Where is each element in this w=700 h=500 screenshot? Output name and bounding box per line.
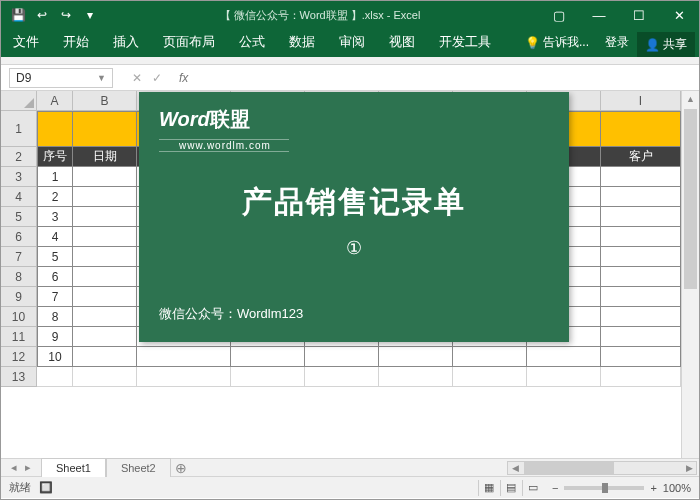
cell[interactable]: 5 bbox=[37, 247, 73, 267]
cell[interactable]: 4 bbox=[37, 227, 73, 247]
cell[interactable] bbox=[231, 347, 305, 367]
row-header[interactable]: 3 bbox=[1, 167, 37, 187]
cell[interactable]: 1 bbox=[37, 167, 73, 187]
cancel-icon[interactable]: ✕ bbox=[127, 71, 147, 85]
cell[interactable] bbox=[231, 367, 305, 387]
tab-formulas[interactable]: 公式 bbox=[227, 28, 277, 57]
macro-record-icon[interactable]: 🔲 bbox=[39, 481, 53, 494]
cell[interactable] bbox=[601, 227, 681, 247]
tell-me[interactable]: 💡告诉我... bbox=[517, 29, 597, 57]
row-header[interactable]: 5 bbox=[1, 207, 37, 227]
scroll-thumb[interactable] bbox=[684, 109, 697, 289]
hscroll-thumb[interactable] bbox=[524, 462, 614, 474]
view-page-icon[interactable]: ▤ bbox=[500, 480, 522, 496]
cell[interactable] bbox=[73, 327, 137, 347]
cell[interactable] bbox=[601, 207, 681, 227]
confirm-icon[interactable]: ✓ bbox=[147, 71, 167, 85]
cell[interactable] bbox=[453, 347, 527, 367]
cell[interactable] bbox=[137, 367, 231, 387]
row-header[interactable]: 13 bbox=[1, 367, 37, 387]
tab-developer[interactable]: 开发工具 bbox=[427, 28, 503, 57]
cell[interactable]: 6 bbox=[37, 267, 73, 287]
row-header[interactable]: 7 bbox=[1, 247, 37, 267]
view-normal-icon[interactable]: ▦ bbox=[478, 480, 500, 496]
row-header[interactable]: 9 bbox=[1, 287, 37, 307]
row-header[interactable]: 11 bbox=[1, 327, 37, 347]
cell[interactable]: 2 bbox=[37, 187, 73, 207]
horizontal-scrollbar[interactable]: ◀ ▶ bbox=[507, 461, 697, 475]
cell[interactable] bbox=[601, 287, 681, 307]
cell[interactable] bbox=[305, 367, 379, 387]
zoom-slider[interactable] bbox=[564, 486, 644, 490]
maximize-icon[interactable]: ☐ bbox=[619, 1, 659, 29]
scroll-left-icon[interactable]: ◀ bbox=[508, 463, 522, 473]
cell[interactable] bbox=[73, 347, 137, 367]
row-header[interactable]: 12 bbox=[1, 347, 37, 367]
fx-icon[interactable]: fx bbox=[173, 71, 194, 85]
cell[interactable] bbox=[73, 247, 137, 267]
tab-file[interactable]: 文件 bbox=[1, 28, 51, 57]
tab-review[interactable]: 审阅 bbox=[327, 28, 377, 57]
add-sheet-icon[interactable]: ⊕ bbox=[171, 460, 191, 476]
cell[interactable] bbox=[73, 227, 137, 247]
cell[interactable] bbox=[601, 367, 681, 387]
tab-insert[interactable]: 插入 bbox=[101, 28, 151, 57]
cell[interactable]: 日期 bbox=[73, 147, 137, 167]
login-button[interactable]: 登录 bbox=[597, 29, 637, 57]
cell[interactable] bbox=[601, 167, 681, 187]
minimize-icon[interactable]: — bbox=[579, 1, 619, 29]
row-header[interactable]: 6 bbox=[1, 227, 37, 247]
row-header[interactable]: 1 bbox=[1, 111, 37, 147]
row-header[interactable]: 2 bbox=[1, 147, 37, 167]
cell[interactable] bbox=[73, 367, 137, 387]
cell[interactable] bbox=[601, 187, 681, 207]
zoom-out-icon[interactable]: − bbox=[552, 482, 558, 494]
cell[interactable]: 序号 bbox=[37, 147, 73, 167]
tab-home[interactable]: 开始 bbox=[51, 28, 101, 57]
row-header[interactable]: 8 bbox=[1, 267, 37, 287]
cell[interactable] bbox=[137, 347, 231, 367]
cell[interactable] bbox=[453, 367, 527, 387]
tab-view[interactable]: 视图 bbox=[377, 28, 427, 57]
cell[interactable] bbox=[37, 367, 73, 387]
tab-nav-last-icon[interactable]: ▸ bbox=[21, 461, 35, 474]
chevron-down-icon[interactable]: ▼ bbox=[97, 73, 106, 83]
row-header[interactable]: 10 bbox=[1, 307, 37, 327]
cell[interactable] bbox=[73, 111, 137, 147]
cell[interactable] bbox=[73, 267, 137, 287]
cell[interactable] bbox=[527, 367, 601, 387]
sheet-tab-2[interactable]: Sheet2 bbox=[106, 458, 171, 477]
cell[interactable]: 10 bbox=[37, 347, 73, 367]
cell[interactable] bbox=[73, 167, 137, 187]
cell[interactable] bbox=[379, 367, 453, 387]
cell[interactable] bbox=[601, 267, 681, 287]
cell[interactable] bbox=[601, 247, 681, 267]
cell[interactable] bbox=[601, 111, 681, 147]
cell[interactable] bbox=[37, 111, 73, 147]
cell[interactable] bbox=[601, 347, 681, 367]
cell[interactable] bbox=[379, 347, 453, 367]
worksheet-grid[interactable]: ABCDEFGHI 12345678910111213 序号日期客户123456… bbox=[1, 91, 699, 458]
zoom-in-icon[interactable]: + bbox=[650, 482, 656, 494]
share-button[interactable]: 👤共享 bbox=[637, 32, 695, 57]
cell[interactable]: 8 bbox=[37, 307, 73, 327]
tab-layout[interactable]: 页面布局 bbox=[151, 28, 227, 57]
cell[interactable]: 9 bbox=[37, 327, 73, 347]
cell[interactable] bbox=[73, 187, 137, 207]
qat-more-icon[interactable]: ▾ bbox=[79, 4, 101, 26]
scroll-up-icon[interactable]: ▲ bbox=[682, 91, 699, 107]
tab-nav-first-icon[interactable]: ◂ bbox=[7, 461, 21, 474]
redo-icon[interactable]: ↪ bbox=[55, 4, 77, 26]
col-header[interactable]: B bbox=[73, 91, 137, 111]
sheet-tab-1[interactable]: Sheet1 bbox=[41, 458, 106, 477]
cell[interactable] bbox=[527, 347, 601, 367]
cell[interactable]: 客户 bbox=[601, 147, 681, 167]
undo-icon[interactable]: ↩ bbox=[31, 4, 53, 26]
cell[interactable] bbox=[73, 207, 137, 227]
col-header[interactable]: I bbox=[601, 91, 681, 111]
ribbon-options-icon[interactable]: ▢ bbox=[539, 1, 579, 29]
row-header[interactable]: 4 bbox=[1, 187, 37, 207]
col-header[interactable]: A bbox=[37, 91, 73, 111]
scroll-right-icon[interactable]: ▶ bbox=[682, 463, 696, 473]
cell[interactable] bbox=[73, 287, 137, 307]
